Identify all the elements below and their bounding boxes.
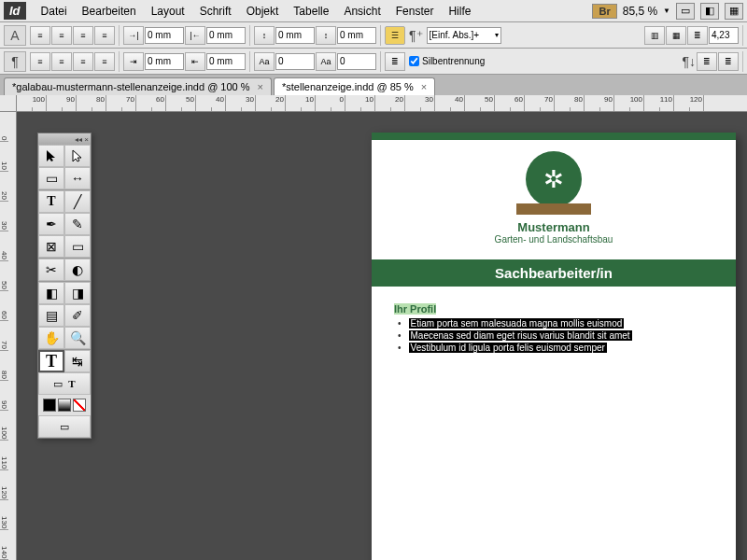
hyphenation-checkbox[interactable]: Silbentrennung bbox=[409, 56, 485, 66]
bridge-button[interactable]: Br bbox=[592, 4, 616, 19]
direct-selection-tool[interactable] bbox=[64, 145, 91, 167]
num-input[interactable] bbox=[709, 27, 739, 44]
tab-doc-2[interactable]: *stellenanzeige.indd @ 85 % × bbox=[274, 77, 435, 95]
ruler-tick: 90 bbox=[0, 381, 8, 411]
justify-center-icon[interactable]: ≡ bbox=[51, 52, 72, 71]
ruler-tick: 20 bbox=[0, 172, 8, 202]
content-area[interactable]: Ihr Profil •Etiam porta sem malesuada ma… bbox=[372, 296, 736, 362]
menu-file[interactable]: Datei bbox=[34, 1, 75, 21]
char-format-toggle[interactable]: A bbox=[4, 25, 26, 46]
zoom-tool[interactable]: 🔍 bbox=[64, 327, 91, 349]
close-icon[interactable]: × bbox=[421, 81, 427, 92]
page-tool[interactable]: ▭ bbox=[38, 167, 64, 189]
space-after-input[interactable] bbox=[337, 27, 376, 44]
first-line-input[interactable] bbox=[145, 53, 184, 70]
indent-left-input[interactable] bbox=[145, 27, 184, 44]
space-before-input[interactable] bbox=[275, 27, 315, 44]
para-style-dropdown[interactable]: [Einf. Abs.]+ bbox=[427, 27, 501, 44]
menu-type[interactable]: Schrift bbox=[192, 1, 239, 21]
apply-none-swatch[interactable] bbox=[73, 399, 86, 412]
indent-right-input[interactable] bbox=[206, 27, 246, 44]
drop-cap-lines-input[interactable] bbox=[275, 53, 315, 70]
justify-left-icon[interactable]: ≡ bbox=[30, 52, 50, 71]
ruler-tick: 50 bbox=[0, 261, 8, 291]
baseline-icon[interactable]: ≣ bbox=[687, 26, 708, 45]
apply-gradient-swatch[interactable] bbox=[58, 399, 71, 412]
pen-tool[interactable]: ✒ bbox=[38, 213, 64, 235]
apply-color-swatch[interactable] bbox=[43, 399, 56, 412]
arrange-icon[interactable]: ▦ bbox=[725, 3, 743, 20]
hyphenation-input[interactable] bbox=[409, 56, 419, 66]
list-item[interactable]: •Maecenas sed diam eget risus varius bla… bbox=[394, 330, 713, 341]
menu-view[interactable]: Ansicht bbox=[336, 1, 388, 21]
pencil-tool[interactable]: ✎ bbox=[64, 213, 91, 235]
ruler-tick: 60 bbox=[495, 95, 525, 111]
last-line-input[interactable] bbox=[206, 53, 246, 70]
list-icon[interactable]: ≣ bbox=[385, 52, 405, 71]
bullets-numbering-icon[interactable]: ☰ bbox=[385, 26, 405, 45]
menu-edit[interactable]: Bearbeiten bbox=[75, 1, 144, 21]
ruler-origin[interactable] bbox=[0, 95, 17, 112]
drop-cap-chars-icon: Aa bbox=[316, 52, 336, 71]
list-item[interactable]: •Vestibulum id ligula porta felis euismo… bbox=[394, 343, 713, 353]
span-columns-icon[interactable]: ▦ bbox=[666, 26, 686, 45]
hand-tool[interactable]: ✋ bbox=[38, 327, 64, 349]
columns-icon[interactable]: ▥ bbox=[644, 26, 665, 45]
menu-window[interactable]: Fenster bbox=[388, 1, 442, 21]
align-center-icon[interactable]: ≡ bbox=[51, 26, 72, 45]
para-format-toggle[interactable]: ¶ bbox=[4, 51, 26, 72]
rectangle-frame-tool[interactable]: ⊠ bbox=[38, 235, 64, 258]
first-line-indent-icon: ⇥ bbox=[123, 52, 144, 71]
scissors-tool[interactable]: ✂ bbox=[38, 259, 64, 281]
list-item[interactable]: •Etiam porta sem malesuada magna mollis … bbox=[394, 318, 713, 329]
last-line-indent-icon: ⇤ bbox=[185, 52, 205, 71]
view-mode-icon[interactable]: ▭ bbox=[676, 3, 695, 20]
ruler-tick: 0 bbox=[316, 95, 345, 111]
bullet-icon: • bbox=[398, 343, 402, 353]
document-page[interactable]: ✲ Mustermann Garten- und Landschaftsbau … bbox=[372, 133, 736, 560]
baseline-grid-icon[interactable]: ≣ bbox=[697, 52, 717, 71]
gradient-feather-tool[interactable]: ◨ bbox=[64, 282, 91, 304]
ruler-tick: 80 bbox=[555, 95, 585, 111]
bullet-icon: • bbox=[398, 318, 402, 329]
justify-full-icon[interactable]: ≡ bbox=[94, 52, 115, 71]
pilcrow-icon: ¶⁺ bbox=[409, 28, 423, 43]
zoom-value: 85,5 % bbox=[623, 5, 657, 18]
menu-object[interactable]: Objekt bbox=[239, 1, 287, 21]
align-left-icon[interactable]: ≡ bbox=[30, 26, 50, 45]
canvas[interactable]: ◂◂ × ▭ ↔ T ╱ ✒ ✎ ⊠ ▭ ✂ ◐ ◧ ◨ ▤ ✐ bbox=[17, 112, 747, 560]
view-mode-normal[interactable]: ▭ bbox=[38, 415, 91, 438]
justify-right-icon[interactable]: ≡ bbox=[73, 52, 93, 71]
indent-left-icon: →| bbox=[123, 26, 144, 45]
tab-doc-1[interactable]: *galabau-mustermann-stellenanzeige.indd … bbox=[4, 77, 272, 95]
close-icon[interactable]: × bbox=[258, 81, 263, 92]
gradient-swatch-tool[interactable]: ◧ bbox=[38, 282, 64, 304]
ruler-vertical[interactable]: 0102030405060708090100110120130140 bbox=[0, 112, 17, 560]
no-baseline-icon[interactable]: ≣ bbox=[718, 52, 739, 71]
default-fill-stroke[interactable]: ↹ bbox=[64, 350, 91, 372]
type-tool[interactable]: T bbox=[38, 190, 64, 213]
drop-cap-chars-input[interactable] bbox=[337, 53, 376, 70]
screen-mode-icon[interactable]: ◧ bbox=[700, 3, 719, 20]
panel-collapse-icon[interactable]: ◂◂ × bbox=[38, 133, 91, 145]
format-container-icon[interactable]: ▭ T bbox=[38, 372, 91, 395]
drop-cap-lines-icon: Aa bbox=[254, 52, 275, 71]
ruler-tick: 10 bbox=[286, 95, 316, 111]
ruler-tick: 30 bbox=[226, 95, 256, 111]
rectangle-tool[interactable]: ▭ bbox=[64, 235, 91, 258]
align-right-icon[interactable]: ≡ bbox=[73, 26, 93, 45]
fill-stroke-toggle[interactable]: T bbox=[38, 350, 64, 372]
menu-table[interactable]: Tabelle bbox=[286, 1, 336, 21]
menu-help[interactable]: Hilfe bbox=[441, 1, 478, 21]
gap-tool[interactable]: ↔ bbox=[64, 167, 91, 189]
ruler-horizontal[interactable]: 1009080706050403020100102030405060708090… bbox=[17, 95, 747, 112]
line-tool[interactable]: ╱ bbox=[64, 190, 91, 213]
menu-layout[interactable]: Layout bbox=[144, 1, 192, 21]
free-transform-tool[interactable]: ◐ bbox=[64, 259, 91, 281]
align-justify-icon[interactable]: ≡ bbox=[94, 26, 115, 45]
zoom-dropdown[interactable]: 85,5 %▼ bbox=[623, 5, 670, 18]
note-tool[interactable]: ▤ bbox=[38, 304, 64, 327]
ruler-tick: 130 bbox=[0, 500, 8, 530]
eyedropper-tool[interactable]: ✐ bbox=[64, 304, 91, 327]
selection-tool[interactable] bbox=[38, 145, 64, 167]
